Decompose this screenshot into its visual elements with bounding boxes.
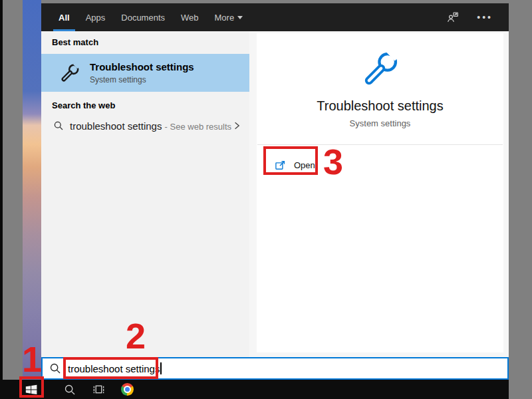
- tab-more[interactable]: More: [209, 3, 249, 31]
- annotation-step-1: 1: [22, 341, 42, 377]
- annotation-box-start-button: [19, 376, 44, 398]
- tab-apps[interactable]: Apps: [80, 3, 111, 31]
- web-suffix: - See web results: [165, 122, 231, 132]
- search-filter-bar: All Apps Documents Web More: [41, 3, 509, 31]
- best-match-result[interactable]: Troubleshoot settings System settings: [41, 54, 249, 92]
- search-flyout: All Apps Documents Web More: [41, 3, 509, 380]
- tab-documents[interactable]: Documents: [116, 3, 170, 31]
- search-icon: [64, 384, 76, 396]
- annotation-box-open-button: [263, 146, 318, 175]
- task-view-icon: [92, 383, 105, 396]
- more-options-icon[interactable]: [477, 13, 493, 22]
- annotation-step-3: 3: [323, 144, 343, 180]
- chevron-down-icon: [237, 16, 243, 19]
- best-match-header: Best match: [52, 36, 249, 49]
- preview-title: Troubleshoot settings: [317, 98, 443, 114]
- taskbar: [0, 380, 509, 399]
- web-result-text: troubleshoot settings - See web results: [70, 120, 231, 132]
- tab-all-label: All: [59, 13, 70, 23]
- best-match-subtitle: System settings: [90, 75, 194, 84]
- annotation-box-search-text: [63, 357, 158, 379]
- results-list: Best match Troubleshoot settings System …: [41, 31, 249, 357]
- annotation-step-2: 2: [126, 318, 146, 354]
- search-web-header: Search the web: [52, 99, 249, 112]
- preview-card: Troubleshoot settings System settings Op…: [257, 33, 503, 352]
- preview-subtitle: System settings: [350, 118, 411, 128]
- wrench-icon: [359, 48, 402, 90]
- chevron-right-icon[interactable]: [231, 120, 242, 131]
- search-icon: [53, 120, 64, 131]
- text-cursor: [160, 362, 162, 374]
- screen-edge: [0, 0, 3, 399]
- web-query: troubleshoot settings: [70, 120, 162, 132]
- divider: [257, 144, 503, 145]
- tab-documents-label: Documents: [121, 13, 165, 23]
- task-view-button[interactable]: [90, 380, 106, 399]
- tab-apps-label: Apps: [86, 13, 106, 23]
- desktop-wallpaper: [23, 0, 41, 380]
- preview-pane: Troubleshoot settings System settings Op…: [249, 31, 509, 357]
- web-result-row[interactable]: troubleshoot settings - See web results: [41, 113, 249, 138]
- windows-search-screen: All Apps Documents Web More: [0, 0, 532, 399]
- feedback-icon[interactable]: [446, 11, 460, 24]
- tab-all[interactable]: All: [53, 3, 75, 31]
- tab-web[interactable]: Web: [176, 3, 204, 31]
- taskbar-search-button[interactable]: [62, 380, 78, 399]
- tab-web-label: Web: [181, 13, 199, 23]
- best-match-title: Troubleshoot settings: [90, 61, 194, 73]
- search-icon: [49, 362, 61, 374]
- tab-more-label: More: [215, 13, 235, 23]
- search-results-area: Best match Troubleshoot settings System …: [41, 31, 509, 357]
- chrome-icon: [121, 383, 134, 396]
- wrench-icon: [59, 62, 81, 84]
- chrome-button[interactable]: [119, 380, 135, 399]
